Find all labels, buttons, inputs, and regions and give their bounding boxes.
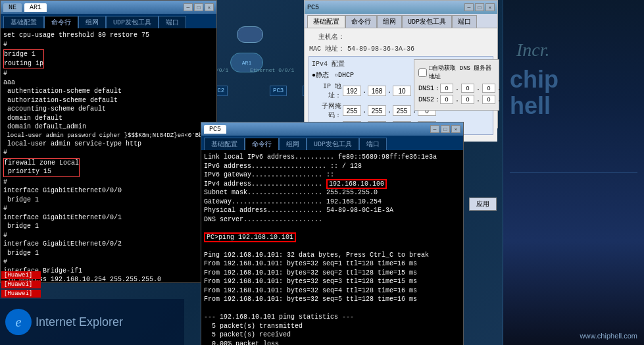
dns2-oct2[interactable] xyxy=(461,95,474,104)
static-radio[interactable]: ●静态 xyxy=(312,70,329,80)
pc-tab-port[interactable]: 端口 xyxy=(452,15,477,28)
pc-term-tab-net[interactable]: 组网 xyxy=(279,138,307,150)
hostname-label: 主机名： xyxy=(309,32,345,41)
ar1-subtab-basic[interactable]: 基础配置 xyxy=(3,16,44,28)
pc-config-controls: ─ □ × xyxy=(464,3,495,11)
ie-label: Internet Explorer xyxy=(36,315,123,329)
huawei-tag-2: [Huawei] xyxy=(1,280,41,288)
pc-tab-udp[interactable]: UDP发包工具 xyxy=(402,15,452,28)
pc-terminal-controls: ─ □ × xyxy=(430,125,460,133)
mask-octet-1[interactable] xyxy=(343,105,361,116)
mask-octet-2[interactable] xyxy=(368,105,386,116)
dns2-label: DNS2： xyxy=(418,95,438,104)
dns2-oct1[interactable] xyxy=(440,95,453,104)
pc-terminal-title-tab[interactable]: PC5 xyxy=(204,125,226,134)
ping-command-highlight: PC>ping 192.168.10.101 xyxy=(204,232,296,242)
pc-config-tabs: 基础配置 命令行 组网 UDP发包工具 端口 xyxy=(305,14,497,28)
ar1-tab-ne[interactable]: NE xyxy=(3,3,22,12)
dhcp-radio[interactable]: ○DHCP xyxy=(334,72,354,79)
pc-term-tab-port[interactable]: 端口 xyxy=(359,138,387,150)
pc-term-tab-basic[interactable]: 基础配置 xyxy=(204,138,245,150)
dns1-oct1[interactable] xyxy=(440,84,453,93)
dns1-row: DNS1： . . . xyxy=(418,84,495,93)
pc-terminal-close-btn[interactable]: × xyxy=(451,125,460,133)
pc-terminal-minimize-btn[interactable]: ─ xyxy=(430,125,439,133)
dns1-oct2[interactable] xyxy=(461,84,474,93)
ip-octet-3[interactable] xyxy=(393,86,411,96)
huawei-tag-3: [Huawei] xyxy=(1,290,41,298)
ie-area: e Internet Explorer xyxy=(0,299,184,345)
ar1-subtab-cmd[interactable]: 命令行 xyxy=(44,16,78,28)
anime-background: Incr. chip hell xyxy=(503,0,644,345)
ar1-close-btn[interactable]: × xyxy=(205,3,214,11)
dns-auto-row: □自动获取 DNS 服务器地址 xyxy=(418,64,495,81)
pc-terminal-maximize-btn[interactable]: □ xyxy=(441,125,450,133)
ar1-tab-ar1[interactable]: AR1 xyxy=(24,3,47,12)
ar1-subtab-udp[interactable]: UDP发包工具 xyxy=(106,16,159,28)
pc-terminal-window: PC5 ─ □ × 基础配置 命令行 组网 UDP发包工具 端口 Link lo… xyxy=(201,122,464,345)
pc-config-title: PC5 xyxy=(307,4,319,11)
ar1-subtab-port[interactable]: 端口 xyxy=(159,16,186,28)
huawei-tag-1: [Huawei] xyxy=(1,271,41,279)
pc-config-close-btn[interactable]: × xyxy=(485,3,495,11)
dns1-oct3[interactable] xyxy=(482,84,495,93)
pc-tab-basic[interactable]: 基础配置 xyxy=(307,15,345,28)
pc-tab-net[interactable]: 组网 xyxy=(377,15,402,28)
dns-auto-label: □自动获取 DNS 服务器地址 xyxy=(429,64,495,81)
pc-term-tab-udp[interactable]: UDP发包工具 xyxy=(307,138,359,150)
ipv4-address-highlight: 192.168.10.100 xyxy=(326,179,387,189)
apply-button[interactable]: 应用 xyxy=(469,198,497,211)
eth-label-2: Ethernet 0/0/1 xyxy=(250,67,294,73)
huawei-labels: [Huawei] [Huawei] [Huawei] xyxy=(0,270,42,299)
mac-label: MAC 地址： xyxy=(309,44,345,53)
mac-value: 54-89-98-36-3A-36 xyxy=(347,45,414,53)
ar1-titlebar: NE AR1 ─ □ × xyxy=(1,1,216,14)
chiphell-watermark: www.chiphell.com xyxy=(580,332,637,340)
mac-row: MAC 地址： 54-89-98-36-3A-36 xyxy=(309,44,493,53)
mask-label: 子网掩码： xyxy=(312,101,341,120)
pc-config-maximize-btn[interactable]: □ xyxy=(475,3,484,11)
pc-terminal-titlebar: PC5 ─ □ × xyxy=(201,122,463,136)
pc-config-titlebar: PC5 ─ □ × xyxy=(305,1,497,14)
ar1-terminal-content[interactable]: set cpu-usage threshold 80 restore 75 # … xyxy=(1,28,216,282)
mask-octet-3[interactable] xyxy=(393,105,411,116)
ar1-window-controls: ─ □ × xyxy=(184,3,214,11)
pc-tab-cmd[interactable]: 命令行 xyxy=(345,15,377,28)
pc-config-minimize-btn[interactable]: ─ xyxy=(464,3,474,11)
hostname-row: 主机名： xyxy=(309,32,493,41)
ip-octet-1[interactable] xyxy=(343,86,361,96)
pc-terminal-content[interactable]: Link local IPv6 address.......... fe80::… xyxy=(201,150,463,345)
dns-panel: □自动获取 DNS 服务器地址 DNS1： . . . DNS2： . . . xyxy=(414,59,499,111)
ar1-maximize-btn[interactable]: □ xyxy=(194,3,203,11)
dns2-oct3[interactable] xyxy=(482,95,495,104)
ip-octet-2[interactable] xyxy=(368,86,386,96)
ar1-subtab-net[interactable]: 组网 xyxy=(78,16,106,28)
dns2-row: DNS2： . . . xyxy=(418,95,495,104)
dns1-label: DNS1： xyxy=(418,84,438,93)
dns-auto-checkbox[interactable] xyxy=(418,68,427,77)
pc-terminal-tabs: 基础配置 命令行 组网 UDP发包工具 端口 xyxy=(201,136,463,150)
pc-term-tab-cmd[interactable]: 命令行 xyxy=(245,138,279,150)
ar1-minimize-btn[interactable]: ─ xyxy=(184,3,193,11)
ie-logo: e xyxy=(5,309,32,335)
ar1-subtabs: 基础配置 命令行 组网 UDP发包工具 端口 xyxy=(1,14,216,28)
ar1-terminal-window: NE AR1 ─ □ × 基础配置 命令行 组网 UDP发包工具 端口 set … xyxy=(0,0,217,283)
pc3-node: PC3 xyxy=(270,86,287,96)
ip-label: IP 地址： xyxy=(312,82,341,100)
